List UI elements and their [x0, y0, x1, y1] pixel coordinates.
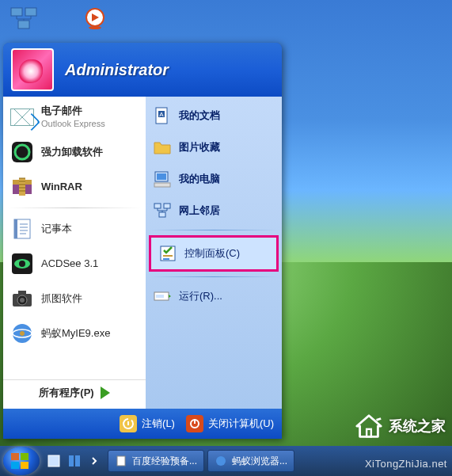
uninstaller-item[interactable]: 强力卸载软件 — [3, 135, 146, 169]
svg-rect-10 — [19, 178, 25, 196]
svg-rect-1 — [25, 8, 36, 16]
folder-icon — [152, 137, 173, 158]
all-programs-button[interactable]: 所有程序(P) — [3, 379, 146, 406]
svg-point-15 — [19, 261, 25, 267]
arrow-right-icon — [101, 387, 110, 399]
start-menu-right-panel: A 我的文档 图片收藏 我的电脑 网上邻居 — [146, 97, 282, 409]
shutdown-button[interactable]: 关闭计算机(U) — [186, 415, 274, 432]
svg-rect-0 — [11, 8, 22, 16]
media-player-icon[interactable] — [79, 6, 111, 30]
globe-icon — [215, 455, 227, 467]
winrar-icon — [9, 174, 35, 200]
quick-launch — [44, 450, 104, 472]
notepad-item[interactable]: 记事本 — [3, 211, 146, 246]
svg-rect-2 — [18, 21, 29, 29]
svg-text:A: A — [159, 111, 164, 118]
show-desktop-icon[interactable] — [44, 450, 63, 472]
separator — [150, 276, 277, 277]
shutdown-icon — [186, 415, 203, 432]
highlight-box: 控制面板(C) — [149, 235, 279, 272]
network-neighborhood-item[interactable]: 网上邻居 — [146, 195, 282, 227]
start-menu-header: Administrator — [3, 43, 282, 97]
email-label: 电子邮件 — [41, 105, 82, 116]
network-places-icon — [152, 200, 173, 221]
start-menu-footer: 注销(L) 关闭计算机(U) — [3, 409, 282, 439]
house-icon — [354, 411, 384, 441]
svg-rect-34 — [163, 258, 169, 260]
shield-icon — [9, 139, 35, 165]
svg-rect-27 — [157, 173, 166, 180]
svg-rect-28 — [154, 183, 170, 187]
separator — [8, 208, 141, 208]
svg-rect-36 — [156, 295, 164, 298]
logoff-icon — [120, 415, 137, 432]
quick-launch-icon[interactable] — [65, 450, 84, 472]
svg-rect-31 — [159, 212, 165, 217]
myie9-item[interactable]: 蚂蚁MyIE9.exe — [3, 316, 146, 351]
svg-rect-37 — [127, 421, 129, 425]
svg-rect-44 — [117, 456, 125, 466]
control-panel-item[interactable]: 控制面板(C) — [151, 238, 276, 269]
winrar-item[interactable]: WinRAR — [3, 169, 146, 204]
desktop-tray-icons — [8, 6, 111, 30]
acdsee-item[interactable]: ACDSee 3.1 — [3, 246, 146, 281]
start-menu: Administrator 电子邮件 Outlook Express 强力卸载软… — [3, 43, 282, 439]
svg-rect-39 — [194, 419, 196, 424]
svg-rect-30 — [164, 204, 170, 208]
camera-icon — [9, 286, 35, 311]
control-panel-icon — [158, 243, 178, 264]
run-icon — [152, 286, 173, 307]
document-icon: A — [152, 105, 173, 126]
taskbar-task-2[interactable]: 蚂蚁浏览器... — [207, 450, 294, 472]
watermark: 系统之家 — [354, 411, 446, 441]
my-computer-item[interactable]: 我的电脑 — [146, 163, 282, 195]
svg-rect-42 — [69, 455, 74, 466]
run-item[interactable]: 运行(R)... — [146, 280, 282, 312]
separator — [150, 230, 277, 230]
screenshot-item[interactable]: 抓图软件 — [3, 281, 146, 316]
acdsee-icon — [9, 251, 35, 276]
taskbar-task-1[interactable]: 百度经验预备... — [108, 450, 204, 472]
network-icon[interactable] — [8, 6, 40, 30]
ant-browser-icon — [9, 321, 35, 346]
user-name: Administrator — [65, 61, 169, 79]
watermark-url: XiTongZhiJia.net — [365, 458, 447, 470]
svg-rect-43 — [75, 455, 80, 466]
start-button[interactable] — [3, 447, 40, 475]
start-menu-left-panel: 电子邮件 Outlook Express 强力卸载软件 WinRAR — [3, 97, 146, 409]
email-sublabel: Outlook Express — [41, 119, 105, 128]
svg-point-19 — [20, 298, 25, 303]
logoff-button[interactable]: 注销(L) — [120, 415, 175, 432]
svg-rect-41 — [48, 455, 59, 466]
my-pictures-item[interactable]: 图片收藏 — [146, 131, 282, 163]
computer-icon — [152, 169, 173, 189]
file-icon — [115, 455, 127, 467]
quick-launch-chevron[interactable] — [85, 450, 104, 472]
notepad-icon — [9, 216, 35, 242]
svg-rect-29 — [154, 204, 161, 208]
svg-point-45 — [216, 456, 226, 466]
email-item[interactable]: 电子邮件 Outlook Express — [3, 100, 146, 135]
svg-rect-33 — [163, 255, 173, 257]
svg-point-5 — [89, 26, 101, 29]
svg-point-22 — [20, 331, 25, 336]
email-icon — [9, 105, 35, 130]
svg-rect-12 — [14, 219, 17, 238]
my-documents-item[interactable]: A 我的文档 — [146, 100, 282, 131]
avatar — [11, 48, 54, 91]
svg-rect-17 — [18, 291, 26, 295]
